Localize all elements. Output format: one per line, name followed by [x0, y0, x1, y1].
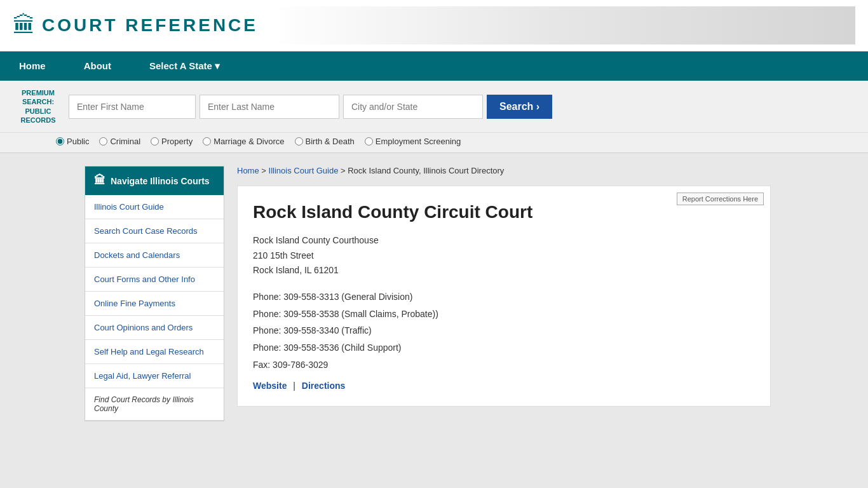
sidebar-title-text: Navigate Illinois Courts [111, 176, 210, 186]
address-line1: Rock Island County Courthouse [253, 233, 755, 248]
radio-options-row: Public Criminal Property Marriage & Divo… [0, 133, 868, 146]
breadcrumb-separator: > [341, 166, 348, 175]
radio-property[interactable]: Property [151, 137, 193, 146]
city-state-input[interactable] [343, 95, 483, 119]
sidebar-item-self-help[interactable]: Self Help and Legal Research [85, 340, 224, 364]
radio-marriage[interactable]: Marriage & Divorce [203, 137, 284, 146]
nav-home[interactable]: Home [0, 51, 65, 81]
court-links: Website | Directions [253, 381, 755, 391]
breadcrumb-home[interactable]: Home [237, 166, 259, 175]
sidebar-item-dockets[interactable]: Dockets and Calendars [85, 243, 224, 268]
logo-icon: 🏛 [13, 12, 36, 39]
sidebar-icon: 🏛 [94, 174, 105, 187]
search-inputs: Search › [69, 95, 855, 119]
premium-label: PREMIUM SEARCH: PUBLIC RECORDS [13, 88, 64, 125]
logo-text: COURT REFERENCE [42, 15, 258, 36]
sidebar-item-fine-payments[interactable]: Online Fine Payments [85, 292, 224, 316]
sidebar-footer-text: Find Court Records by Illinois County [85, 388, 224, 421]
nav-about[interactable]: About [65, 51, 130, 81]
phone-small-claims: Phone: 309-558-3538 (Small Claims, Proba… [253, 306, 755, 323]
sidebar-item-case-records[interactable]: Search Court Case Records [85, 219, 224, 243]
court-card: Report Corrections Here Rock Island Coun… [237, 186, 771, 407]
phone-child-support: Phone: 309-558-3536 (Child Support) [253, 339, 755, 356]
court-address: Rock Island County Courthouse 210 15th S… [253, 233, 755, 278]
sidebar-item-forms[interactable]: Court Forms and Other Info [85, 268, 224, 292]
radio-birth[interactable]: Birth & Death [295, 137, 355, 146]
phone-general: Phone: 309-558-3313 (General Division) [253, 288, 755, 306]
site-header: 🏛 COURT REFERENCE [0, 0, 868, 51]
breadcrumb-court-guide[interactable]: Illinois Court Guide [269, 166, 339, 175]
main-content: Home > Illinois Court Guide > Rock Islan… [224, 166, 783, 421]
breadcrumb: Home > Illinois Court Guide > Rock Islan… [237, 166, 771, 175]
sidebar-title: 🏛 Navigate Illinois Courts [85, 166, 224, 195]
fax: Fax: 309-786-3029 [253, 356, 755, 374]
radio-public[interactable]: Public [56, 137, 89, 146]
content-wrapper: 🏛 Navigate Illinois Courts Illinois Cour… [85, 166, 783, 421]
main-navigation: Home About Select A State ▾ [0, 51, 868, 81]
breadcrumb-current: Rock Island County, Illinois Court Direc… [348, 166, 504, 175]
report-corrections-button[interactable]: Report Corrections Here [677, 193, 764, 205]
radio-employment[interactable]: Employment Screening [365, 137, 461, 146]
sidebar-item-legal-aid[interactable]: Legal Aid, Lawyer Referral [85, 364, 224, 388]
phone-traffic: Phone: 309-558-3340 (Traffic) [253, 322, 755, 339]
nav-select-state[interactable]: Select A State ▾ [130, 51, 239, 81]
sidebar-item-opinions[interactable]: Court Opinions and Orders [85, 316, 224, 340]
court-phones: Phone: 309-558-3313 (General Division) P… [253, 288, 755, 373]
logo-container: 🏛 COURT REFERENCE [13, 12, 258, 39]
directions-link[interactable]: Directions [302, 381, 345, 391]
first-name-input[interactable] [69, 95, 196, 119]
address-line3: Rock Island, IL 61201 [253, 263, 755, 278]
last-name-input[interactable] [200, 95, 339, 119]
search-bar: PREMIUM SEARCH: PUBLIC RECORDS Search › [0, 81, 868, 133]
header-image [271, 6, 855, 44]
sidebar-item-court-guide[interactable]: Illinois Court Guide [85, 195, 224, 219]
link-separator: | [293, 381, 295, 391]
address-line2: 210 15th Street [253, 248, 755, 264]
sidebar: 🏛 Navigate Illinois Courts Illinois Cour… [85, 166, 224, 421]
search-button[interactable]: Search › [487, 95, 552, 119]
radio-criminal[interactable]: Criminal [99, 137, 140, 146]
website-link[interactable]: Website [253, 381, 287, 391]
